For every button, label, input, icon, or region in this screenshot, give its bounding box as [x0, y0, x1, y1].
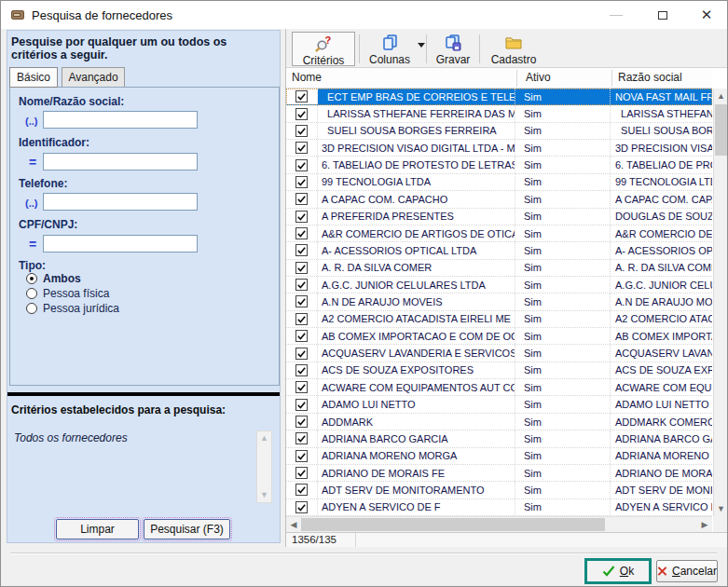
table-row[interactable]: 3D PRECISION VISAO DIGITAL LTDA - ME Sim…: [286, 140, 712, 157]
table-row[interactable]: A.G.C. JUNIOR CELULARES LTDA Sim A.G.C. …: [286, 277, 712, 294]
table-row[interactable]: ADYEN A SERVICO DE F Sim ADYEN A SERVICO…: [286, 499, 712, 516]
scroll-down-icon[interactable]: ▼: [714, 501, 728, 516]
table-row[interactable]: AB COMEX IMPORTACAO E COM DE OCUL... Sim…: [286, 328, 712, 345]
tab-basico[interactable]: Básico: [9, 67, 58, 88]
cell-nome: AB COMEX IMPORTACAO E COM DE OCUL...: [318, 328, 515, 344]
checked-checkbox-icon: [295, 227, 308, 239]
row-checkbox[interactable]: [286, 328, 318, 344]
row-checkbox[interactable]: [286, 396, 318, 412]
table-row[interactable]: ADAMO LUI NETTO Sim ADAMO LUI NETTO: [286, 396, 712, 413]
row-checkbox[interactable]: [286, 311, 318, 327]
scroll-up-icon[interactable]: ▲: [714, 89, 728, 103]
colunas-dropdown-icon[interactable]: [418, 43, 425, 48]
maximize-button[interactable]: [649, 1, 677, 28]
cell-nome: ADDMARK: [318, 414, 515, 430]
checked-checkbox-icon: [295, 193, 308, 205]
radio-icon: [26, 303, 37, 314]
row-checkbox[interactable]: [286, 225, 318, 241]
gravar-toolbar-button[interactable]: Gravar: [430, 32, 476, 66]
cell-razao: A2 COMERCIO ATAC: [611, 311, 712, 327]
column-header-nome[interactable]: Nome: [292, 71, 322, 84]
scroll-right-icon[interactable]: ▶: [697, 517, 712, 532]
cpf-cnpj-field-input[interactable]: [43, 235, 198, 253]
cell-nome: ACQUASERV LAVANDERIA E SERVICOS: [318, 345, 515, 361]
table-row[interactable]: A PREFERIDA PRESENTES Sim DOUGLAS DE SOU…: [286, 209, 712, 225]
cancel-button[interactable]: Cancelar: [656, 560, 718, 582]
row-checkbox[interactable]: [286, 362, 318, 378]
ok-button[interactable]: Ok: [584, 558, 652, 584]
row-checkbox[interactable]: [286, 105, 318, 121]
table-row[interactable]: A.N DE ARAUJO MOVEIS Sim A.N DE ARAUJO M…: [286, 294, 712, 310]
table-row[interactable]: ADT SERV DE MONITORAMENTO Sim ADT SERV D…: [286, 482, 712, 498]
table-row[interactable]: ECT EMP BRAS DE CORREIOS E TELEGRA... Si…: [286, 89, 712, 105]
table-row[interactable]: ADDMARK Sim ADDMARK COMERCIO: [286, 414, 712, 430]
row-checkbox[interactable]: [286, 89, 318, 104]
criteria-scrollbar[interactable]: ▲ ▼: [256, 430, 272, 503]
row-checkbox[interactable]: [286, 482, 318, 498]
vertical-scrollbar[interactable]: ▲ ▼: [713, 89, 728, 516]
table-row[interactable]: 6. TABELIAO DE PROTESTO DE LETRAS E ... …: [286, 157, 712, 173]
row-checkbox[interactable]: [286, 345, 318, 361]
row-checkbox[interactable]: [286, 499, 318, 515]
column-header-razao-social[interactable]: Razão social: [618, 71, 682, 84]
search-button[interactable]: Pesquisar (F3): [144, 519, 230, 539]
column-divider[interactable]: [516, 70, 517, 87]
row-checkbox[interactable]: [286, 379, 318, 395]
table-row[interactable]: ACQUASERV LAVANDERIA E SERVICOS Sim ACQU…: [286, 345, 712, 362]
cell-nome: A2 COMERCIO ATACADISTA EIRELI ME: [318, 311, 515, 327]
radio-pessoa-juridica[interactable]: Pessoa jurídica: [26, 302, 119, 315]
table-row[interactable]: ACWARE COM EQUIPAMENTOS AUT COM... Sim A…: [286, 379, 712, 396]
row-checkbox[interactable]: [286, 448, 318, 464]
row-checkbox[interactable]: [286, 157, 318, 172]
cadastro-toolbar-button[interactable]: Cadastro: [483, 32, 544, 66]
column-divider[interactable]: [611, 70, 612, 87]
row-checkbox[interactable]: [286, 277, 318, 293]
radio-selected-icon: [26, 273, 37, 284]
row-checkbox[interactable]: [286, 209, 318, 225]
table-row[interactable]: ACS DE SOUZA EXPOSITORES Sim ACS DE SOUZ…: [286, 362, 712, 379]
table-row[interactable]: 99 TECNOLOGIA LTDA Sim 99 TECNOLOGIA LTD: [286, 174, 712, 191]
cell-razao: ACWARE COM EQUIP: [611, 379, 712, 395]
row-checkbox[interactable]: [286, 123, 318, 139]
row-checkbox[interactable]: [286, 260, 318, 276]
clear-button[interactable]: Limpar: [56, 519, 139, 539]
column-header-ativo[interactable]: Ativo: [526, 71, 551, 84]
row-checkbox[interactable]: [286, 140, 318, 156]
table-row[interactable]: ADRIANO DE MORAIS FE Sim ADRIANO DE MORA…: [286, 465, 712, 482]
scroll-left-icon[interactable]: ◀: [286, 517, 301, 532]
table-row[interactable]: SUELI SOUSA BORGES FERREIRA Sim SUELI SO…: [286, 123, 712, 140]
horizontal-scrollbar[interactable]: ◀ ▶: [286, 516, 712, 532]
table-row[interactable]: LARISSA STHEFANE FERREIRA DAS MER... Sim…: [286, 105, 712, 122]
row-checkbox[interactable]: [286, 465, 318, 481]
identifier-field-input[interactable]: [43, 153, 198, 171]
cell-nome: ADRIANA MORENO MORGA: [318, 448, 515, 464]
check-icon: [602, 566, 615, 577]
row-checkbox[interactable]: [286, 294, 318, 309]
cell-nome: 3D PRECISION VISAO DIGITAL LTDA - ME: [318, 140, 515, 156]
row-checkbox[interactable]: [286, 174, 318, 190]
table-row[interactable]: A. R. DA SILVA COMER Sim A. R. DA SILVA …: [286, 260, 712, 277]
criterios-toolbar-button[interactable]: ? Critérios: [292, 32, 355, 66]
horizontal-scroll-thumb[interactable]: [301, 518, 605, 531]
radio-pessoa-fisica[interactable]: Pessoa física: [26, 287, 109, 300]
row-checkbox[interactable]: [286, 191, 318, 207]
table-row[interactable]: A2 COMERCIO ATACADISTA EIRELI ME Sim A2 …: [286, 311, 712, 328]
radio-ambos[interactable]: Ambos: [26, 272, 81, 285]
table-row[interactable]: ADRIANA BARCO GARCIA Sim ADRIANA BARCO G…: [286, 430, 712, 447]
table-row[interactable]: A CAPAC COM. CAPACHO Sim A CAPAC COM. CA…: [286, 191, 712, 208]
row-checkbox[interactable]: [286, 414, 318, 430]
checked-checkbox-icon: [295, 279, 308, 291]
table-row[interactable]: A- ACESSORIOS OPTICAL LTDA Sim A- ACESSO…: [286, 242, 712, 259]
phone-field-input[interactable]: [43, 193, 198, 211]
table-row[interactable]: A&R COMERCIO DE ARTIGOS DE OTICA L... Si…: [286, 225, 712, 242]
row-checkbox[interactable]: [286, 242, 318, 258]
vertical-scroll-thumb[interactable]: [715, 104, 727, 156]
cell-nome: A&R COMERCIO DE ARTIGOS DE OTICA L...: [318, 225, 515, 241]
row-checkbox[interactable]: [286, 430, 318, 446]
tab-avancado[interactable]: Avançado: [62, 67, 125, 88]
colunas-toolbar-button[interactable]: Colunas: [363, 32, 417, 66]
table-row[interactable]: ADRIANA MORENO MORGA Sim ADRIANA MORENO …: [286, 448, 712, 465]
close-button[interactable]: ✕: [693, 1, 721, 28]
cell-razao: A. R. DA SILVA COME: [611, 260, 712, 276]
name-field-input[interactable]: [43, 111, 198, 129]
